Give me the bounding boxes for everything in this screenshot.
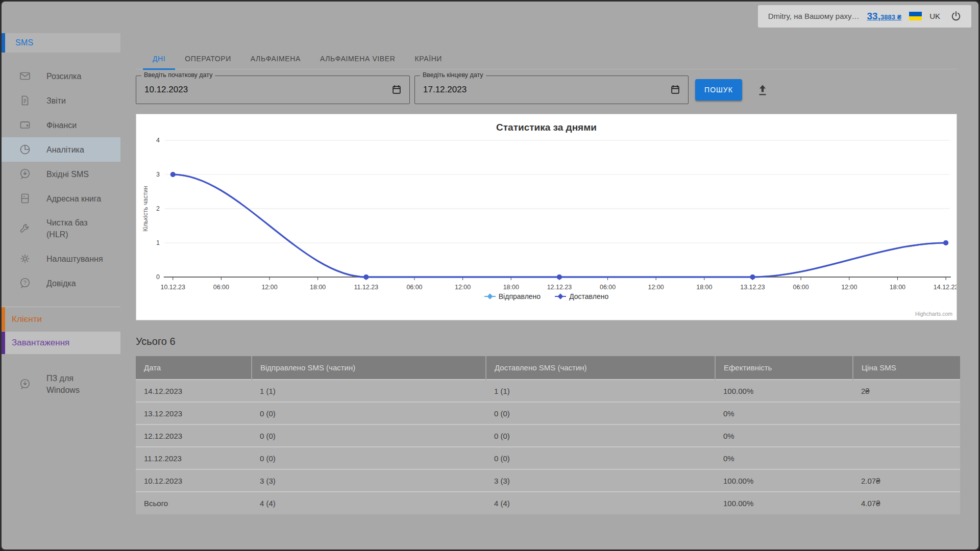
sidebar-section-sms[interactable]: SMS bbox=[2, 33, 120, 53]
cell-price: 2.07₴ bbox=[853, 469, 960, 492]
svg-text:18:00: 18:00 bbox=[890, 284, 905, 291]
svg-text:13.12.23: 13.12.23 bbox=[740, 284, 765, 291]
svg-text:12:00: 12:00 bbox=[261, 284, 277, 291]
cell-date: 12.12.2023 bbox=[136, 424, 252, 447]
svg-text:?: ? bbox=[23, 280, 27, 286]
cell-sent: 4 (4) bbox=[252, 492, 486, 514]
sidebar-item[interactable]: Розсилка bbox=[2, 64, 120, 88]
tab[interactable]: АЛЬФАІМЕНА bbox=[241, 52, 310, 70]
sidebar-section-clients[interactable]: Клієнти bbox=[2, 307, 120, 331]
cell-efficiency: 100.00% bbox=[715, 492, 853, 514]
svg-text:12.12.23: 12.12.23 bbox=[547, 284, 572, 291]
statistics-chart-card: Статистика за днями 01234Кількість части… bbox=[136, 114, 957, 320]
sidebar-sms-nav: Розсилка Звіти Фінанси Аналітика bbox=[2, 53, 120, 295]
svg-text:12:00: 12:00 bbox=[455, 284, 471, 291]
statistics-table: Дата Відправлено SMS (частин) Доставлено… bbox=[136, 356, 960, 514]
tab[interactable]: ОПЕРАТОРИ bbox=[175, 52, 241, 70]
end-date-label: Введіть кінцеву дату bbox=[420, 71, 486, 79]
search-button[interactable]: ПОШУК bbox=[695, 79, 742, 101]
sidebar-item[interactable]: Фінанси bbox=[2, 113, 120, 137]
sidebar-item[interactable]: Аналітика bbox=[2, 137, 120, 162]
cell-sent: 0 (0) bbox=[252, 402, 486, 424]
cell-price bbox=[853, 447, 960, 469]
gear-icon bbox=[19, 253, 31, 265]
sidebar-item-label: Довідка bbox=[46, 278, 104, 289]
cell-date: 11.12.2023 bbox=[136, 447, 252, 469]
top-bar: Dmitry, на Вашому раху… 33,3883 ₴ UK bbox=[2, 2, 978, 31]
help-bubble-icon: ? bbox=[19, 277, 31, 289]
export-upload-icon[interactable] bbox=[756, 83, 769, 96]
sidebar-item-label: Чистка баз (HLR) bbox=[46, 217, 104, 240]
svg-text:06:00: 06:00 bbox=[406, 284, 422, 291]
sidebar-item[interactable]: Чистка баз (HLR) bbox=[2, 211, 120, 246]
calendar-icon[interactable] bbox=[391, 84, 402, 95]
start-date-label: Введіть початкову дату bbox=[141, 71, 215, 79]
cell-sent: 0 (0) bbox=[252, 424, 486, 447]
cell-efficiency: 100.00% bbox=[715, 380, 853, 402]
logout-power-icon[interactable] bbox=[950, 10, 962, 22]
sidebar-item[interactable]: Адресна книга bbox=[2, 186, 120, 211]
tab[interactable]: ДНІ bbox=[143, 52, 175, 70]
legend-item[interactable]: Відправлено bbox=[484, 292, 541, 300]
svg-text:18:00: 18:00 bbox=[503, 284, 519, 291]
inbox-bubble-icon bbox=[19, 168, 31, 180]
table-row: 14.12.2023 1 (1) 1 (1) 100.00% 2₴ bbox=[136, 380, 960, 402]
svg-text:06:00: 06:00 bbox=[600, 284, 616, 291]
calendar-icon[interactable] bbox=[670, 84, 681, 95]
cell-efficiency: 0% bbox=[715, 424, 853, 447]
legend-marker-icon bbox=[555, 293, 566, 299]
svg-text:06:00: 06:00 bbox=[213, 284, 229, 291]
cell-date: 14.12.2023 bbox=[136, 380, 252, 402]
total-count-label: Усього 6 bbox=[136, 336, 957, 347]
tab[interactable]: АЛЬФАІМЕНА VIBER bbox=[310, 52, 405, 70]
user-greeting: Dmitry, на Вашому раху… bbox=[768, 12, 860, 20]
sidebar-item-label: Адресна книга bbox=[46, 193, 104, 205]
sidebar-item[interactable]: Звіти bbox=[2, 88, 120, 113]
cell-date: 10.12.2023 bbox=[136, 469, 252, 492]
wrench-icon bbox=[19, 222, 31, 235]
svg-text:3: 3 bbox=[156, 171, 160, 178]
tab-bar: ДНІ ОПЕРАТОРИ АЛЬФАІМЕНА АЛЬФАІМЕНА VIBE… bbox=[136, 52, 957, 69]
highcharts-credit[interactable]: Highcharts.com bbox=[915, 311, 952, 317]
cell-efficiency: 0% bbox=[715, 402, 853, 424]
sidebar-item[interactable]: Налаштування bbox=[2, 246, 120, 271]
table-body: 14.12.2023 1 (1) 1 (1) 100.00% 2₴ 13.12.… bbox=[136, 380, 960, 514]
svg-text:0: 0 bbox=[156, 273, 160, 281]
sidebar-item[interactable]: ? Довідка bbox=[2, 271, 120, 295]
balance-fraction: 3883 ₴ bbox=[880, 13, 901, 21]
app-window: Dmitry, на Вашому раху… 33,3883 ₴ UK SMS… bbox=[0, 0, 980, 551]
svg-text:2: 2 bbox=[156, 205, 160, 212]
sidebar: SMS Розсилка Звіти Фінанси bbox=[2, 31, 120, 551]
svg-text:12:00: 12:00 bbox=[648, 284, 664, 291]
sidebar-item-label: Фінанси bbox=[46, 119, 104, 131]
filter-bar: Введіть початкову дату 10.12.2023 Введіт… bbox=[136, 76, 957, 104]
svg-text:14.12.23: 14.12.23 bbox=[934, 284, 957, 291]
legend-marker-icon bbox=[484, 293, 496, 299]
sidebar-item-label: Вхідні SMS bbox=[46, 168, 104, 180]
tab[interactable]: КРАЇНИ bbox=[405, 52, 452, 70]
cell-delivered: 0 (0) bbox=[486, 424, 715, 447]
end-date-field[interactable]: Введіть кінцеву дату 17.12.2023 bbox=[414, 76, 689, 104]
content-layout: SMS Розсилка Звіти Фінанси bbox=[2, 31, 978, 551]
sidebar-section-downloads[interactable]: Завантаження bbox=[2, 332, 120, 354]
user-account-box: Dmitry, на Вашому раху… 33,3883 ₴ UK bbox=[758, 5, 971, 28]
sidebar-item[interactable]: Вхідні SMS bbox=[2, 162, 120, 186]
balance-link[interactable]: 33,3883 ₴ bbox=[867, 11, 902, 22]
cell-price: 2₴ bbox=[853, 380, 960, 402]
end-date-value[interactable]: 17.12.2023 bbox=[423, 85, 670, 95]
cell-efficiency: 0% bbox=[715, 447, 853, 469]
legend-item[interactable]: Доставлено bbox=[555, 292, 608, 300]
sidebar-downloads-nav: ПЗ для Windows bbox=[2, 354, 120, 402]
start-date-field[interactable]: Введіть початкову дату 10.12.2023 bbox=[136, 76, 410, 104]
sidebar-item-label: Розсилка bbox=[46, 70, 104, 82]
cell-efficiency: 100.00% bbox=[715, 469, 853, 492]
language-selector[interactable]: UK bbox=[929, 12, 940, 20]
start-date-value[interactable]: 10.12.2023 bbox=[144, 85, 391, 95]
svg-text:18:00: 18:00 bbox=[310, 284, 326, 291]
chart-title: Статистика за днями bbox=[136, 114, 957, 133]
sidebar-item[interactable]: ПЗ для Windows bbox=[2, 366, 120, 402]
table-header-row: Дата Відправлено SMS (частин) Доставлено… bbox=[136, 356, 960, 380]
cell-sent: 0 (0) bbox=[252, 447, 486, 469]
svg-text:06:00: 06:00 bbox=[793, 284, 809, 291]
cell-sent: 1 (1) bbox=[252, 380, 486, 402]
